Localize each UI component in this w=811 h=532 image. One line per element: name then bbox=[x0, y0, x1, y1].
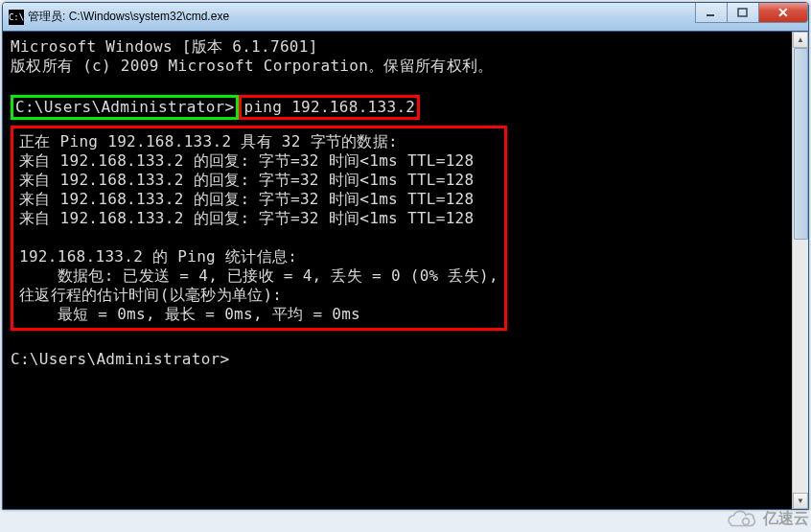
maximize-button[interactable] bbox=[727, 3, 759, 23]
vertical-scrollbar[interactable]: ▲ ▼ bbox=[792, 32, 808, 509]
titlebar[interactable]: C:\ 管理员: C:\Windows\system32\cmd.exe ✕ bbox=[3, 3, 808, 32]
svg-point-2 bbox=[743, 519, 750, 525]
terminal-line: Microsoft Windows [版本 6.1.7601] bbox=[11, 37, 800, 57]
cmd-icon: C:\ bbox=[9, 10, 24, 25]
terminal-line: 正在 Ping 192.168.133.2 具有 32 字节的数据: bbox=[19, 132, 498, 151]
terminal-area[interactable]: Microsoft Windows [版本 6.1.7601] 版权所有 (c)… bbox=[3, 32, 808, 509]
terminal-line: 最短 = 0ms, 最长 = 0ms, 平均 = 0ms bbox=[19, 305, 498, 324]
terminal-line: 来自 192.168.133.2 的回复: 字节=32 时间<1ms TTL=1… bbox=[19, 190, 498, 209]
close-button[interactable]: ✕ bbox=[758, 3, 808, 23]
command-highlight-red: ping 192.168.133.2 bbox=[239, 95, 420, 120]
output-highlight-red: 正在 Ping 192.168.133.2 具有 32 字节的数据: 来自 19… bbox=[11, 126, 507, 331]
terminal-line bbox=[19, 228, 498, 247]
terminal-line: 来自 192.168.133.2 的回复: 字节=32 时间<1ms TTL=1… bbox=[19, 151, 498, 171]
terminal-line: 192.168.133.2 的 Ping 统计信息: bbox=[19, 247, 498, 266]
watermark: 亿速云 bbox=[723, 507, 809, 530]
terminal-line bbox=[11, 331, 800, 350]
command-line: C:\Users\Administrator>ping 192.168.133.… bbox=[11, 95, 800, 120]
window-controls: ✕ bbox=[696, 3, 808, 31]
minimize-button[interactable] bbox=[695, 3, 728, 23]
terminal-line: 版权所有 (c) 2009 Microsoft Corporation。保留所有… bbox=[11, 57, 800, 76]
maximize-icon bbox=[737, 8, 749, 17]
close-icon: ✕ bbox=[777, 5, 789, 20]
svg-rect-1 bbox=[738, 9, 747, 16]
cloud-icon bbox=[723, 507, 757, 530]
terminal-line: 来自 192.168.133.2 的回复: 字节=32 时间<1ms TTL=1… bbox=[19, 171, 498, 190]
svg-rect-0 bbox=[707, 14, 714, 16]
watermark-text: 亿速云 bbox=[763, 509, 809, 529]
terminal-line: 数据包: 已发送 = 4, 已接收 = 4, 丢失 = 0 (0% 丢失), bbox=[19, 266, 498, 286]
terminal-line bbox=[11, 76, 800, 95]
app-window: C:\ 管理员: C:\Windows\system32\cmd.exe ✕ M… bbox=[2, 2, 809, 510]
terminal-line: 来自 192.168.133.2 的回复: 字节=32 时间<1ms TTL=1… bbox=[19, 209, 498, 228]
window-title: 管理员: C:\Windows\system32\cmd.exe bbox=[28, 9, 696, 25]
terminal-prompt: C:\Users\Administrator> bbox=[11, 350, 800, 369]
scroll-thumb[interactable] bbox=[794, 48, 808, 240]
minimize-icon bbox=[706, 8, 717, 17]
terminal-line: 往返行程的估计时间(以毫秒为单位): bbox=[19, 286, 498, 305]
scroll-up-button[interactable]: ▲ bbox=[793, 32, 808, 48]
prompt-highlight-green: C:\Users\Administrator> bbox=[11, 95, 239, 120]
